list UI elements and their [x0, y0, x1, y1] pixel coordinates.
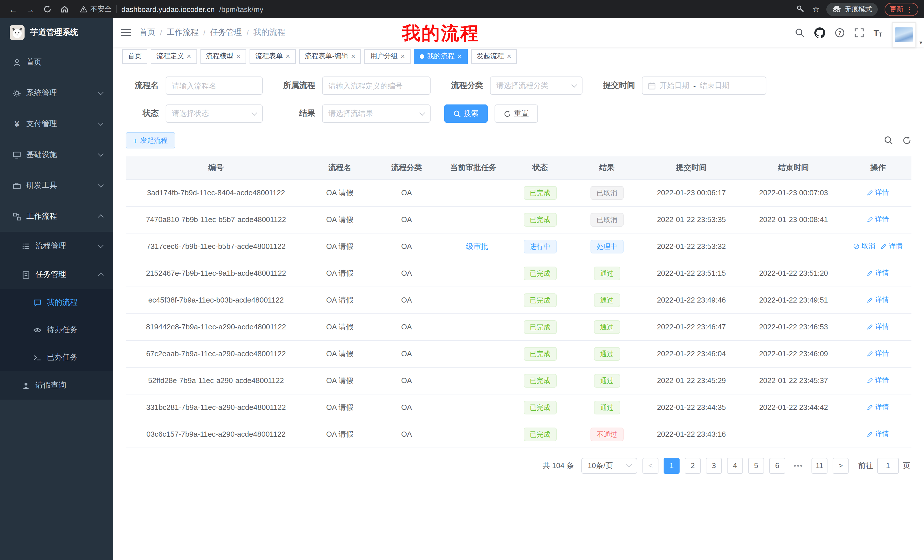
- sidebar-item-todo-tasks[interactable]: 待办任务: [0, 316, 113, 344]
- cancel-action-button[interactable]: 取消: [854, 241, 875, 251]
- tab-process-definition[interactable]: 流程定义×: [151, 49, 197, 64]
- filter-label: 流程分类: [444, 81, 483, 91]
- browser-update-button[interactable]: 更新 ⋮: [885, 3, 918, 16]
- page-button[interactable]: 4: [727, 458, 743, 473]
- page-button[interactable]: 3: [706, 458, 722, 473]
- github-icon[interactable]: [814, 27, 825, 38]
- page-button[interactable]: 6: [769, 458, 785, 473]
- search-button[interactable]: 搜索: [444, 105, 488, 123]
- close-icon[interactable]: ×: [285, 52, 290, 60]
- browser-nav: ← →: [6, 2, 72, 16]
- detail-action-button[interactable]: 详情: [867, 429, 889, 439]
- security-indicator[interactable]: 不安全: [80, 4, 112, 14]
- page-button[interactable]: 5: [748, 458, 764, 473]
- refresh-icon[interactable]: [902, 136, 911, 145]
- avatar[interactable]: ▾: [892, 22, 916, 47]
- page-button[interactable]: 2: [685, 458, 701, 473]
- parent-process-input[interactable]: [328, 81, 424, 90]
- close-icon[interactable]: ×: [507, 52, 511, 60]
- page-size-select[interactable]: 10条/页: [581, 458, 638, 473]
- fullscreen-icon[interactable]: [854, 28, 864, 37]
- table-toolbar: + 发起流程: [126, 132, 911, 148]
- task-icon: [22, 270, 30, 279]
- page-button[interactable]: 11: [812, 458, 828, 473]
- create-process-button[interactable]: + 发起流程: [126, 132, 175, 148]
- sidebar-item-done-tasks[interactable]: 已办任务: [0, 344, 113, 371]
- reload-button[interactable]: [40, 2, 55, 16]
- result-select[interactable]: 请选择流结果: [322, 105, 430, 123]
- sidebar-item-label: 待办任务: [47, 325, 78, 335]
- sidebar-item-home[interactable]: 首页: [0, 47, 113, 78]
- close-icon[interactable]: ×: [236, 52, 240, 60]
- home-button[interactable]: [57, 2, 72, 16]
- browser-menu-icon[interactable]: ⋮: [906, 5, 913, 13]
- main-area: 首页 / 工作流程 / 任务管理 / 我的流程 我的流程 ? TT: [113, 18, 924, 560]
- category-select[interactable]: 请选择流程分类: [490, 76, 582, 95]
- sidebar-item-workflow[interactable]: 工作流程: [0, 201, 113, 232]
- sidebar-item-process-mgmt[interactable]: 流程管理: [0, 232, 113, 260]
- detail-action-button[interactable]: 详情: [867, 188, 889, 198]
- detail-action-button[interactable]: 详情: [867, 376, 889, 385]
- close-icon[interactable]: ×: [458, 52, 462, 60]
- breadcrumb-item[interactable]: 任务管理: [210, 27, 242, 38]
- current-task-link[interactable]: 一级审批: [459, 242, 488, 250]
- filter-row-1: 流程名 所属流程 流程分类 请选择流程分类: [126, 76, 911, 95]
- reset-button[interactable]: 重置: [495, 105, 538, 123]
- tab-my-process[interactable]: 我的流程×: [414, 49, 467, 64]
- breadcrumb-separator: /: [203, 28, 206, 37]
- breadcrumb-item[interactable]: 工作流程: [167, 27, 199, 38]
- cell-id: 52ffd28e-7b9a-11ec-a290-acde48001122: [126, 367, 306, 394]
- bookmark-star-icon[interactable]: ☆: [812, 4, 819, 14]
- sidebar-item-label: 任务管理: [35, 270, 66, 280]
- more-pages-button[interactable]: •••: [790, 458, 806, 473]
- back-button[interactable]: ←: [6, 2, 21, 16]
- close-icon[interactable]: ×: [187, 52, 191, 60]
- sidebar-item-my-process[interactable]: 我的流程: [0, 289, 113, 316]
- next-page-button[interactable]: >: [832, 458, 849, 473]
- tab-start-process[interactable]: 发起流程×: [471, 49, 517, 64]
- sidebar-toggle-button[interactable]: [121, 28, 131, 37]
- help-icon[interactable]: ?: [835, 28, 844, 37]
- search-icon[interactable]: [884, 136, 893, 145]
- password-key-icon[interactable]: [796, 4, 806, 14]
- breadcrumb-item[interactable]: 首页: [140, 27, 155, 38]
- tab-home[interactable]: 首页: [122, 49, 147, 64]
- sidebar-item-system[interactable]: 系统管理: [0, 78, 113, 108]
- tab-user-group[interactable]: 用户分组×: [364, 49, 411, 64]
- tab-process-form[interactable]: 流程表单×: [249, 49, 296, 64]
- edit-pencil-icon: [867, 297, 873, 303]
- tab-process-model[interactable]: 流程模型×: [200, 49, 246, 64]
- cell-end-time: 2022-01-22 23:49:51: [742, 287, 844, 313]
- close-icon[interactable]: ×: [351, 52, 356, 60]
- detail-action-button[interactable]: 详情: [867, 403, 889, 412]
- detail-action-button[interactable]: 详情: [867, 322, 889, 332]
- forward-button[interactable]: →: [23, 2, 38, 16]
- address-bar[interactable]: 不安全 dashboard.yudao.iocoder.cn/bpm/task/…: [80, 4, 793, 14]
- detail-action-button[interactable]: 详情: [867, 215, 889, 225]
- sidebar-item-devtools[interactable]: 研发工具: [0, 170, 113, 201]
- cell-category: OA: [373, 233, 440, 260]
- tab-process-form-edit[interactable]: 流程表单-编辑×: [299, 49, 361, 64]
- goto-page-input[interactable]: [877, 458, 899, 473]
- detail-action-button[interactable]: 详情: [867, 349, 889, 358]
- pagination: 共 104 条 10条/页 < 1 2 3 4 5 6 ••• 11 >: [126, 458, 910, 473]
- detail-action-button[interactable]: 详情: [881, 241, 903, 251]
- sidebar-item-leave-query[interactable]: 请假查询: [0, 371, 113, 400]
- cell-result: 通过: [574, 394, 640, 421]
- edit-pencil-icon: [867, 216, 873, 223]
- page-button[interactable]: 1: [664, 458, 680, 473]
- sidebar-item-task-mgmt[interactable]: 任务管理: [0, 260, 113, 289]
- detail-action-button[interactable]: 详情: [867, 295, 889, 305]
- search-icon[interactable]: [795, 28, 804, 37]
- sidebar-item-infra[interactable]: 基础设施: [0, 139, 113, 170]
- status-select[interactable]: 请选择状态: [166, 105, 263, 123]
- date-range-picker[interactable]: 开始日期 - 结束日期: [642, 76, 766, 95]
- font-size-icon[interactable]: TT: [873, 28, 882, 37]
- sidebar-item-payment[interactable]: ¥ 支付管理: [0, 108, 113, 139]
- detail-action-button[interactable]: 详情: [867, 268, 889, 278]
- edit-pencil-icon: [867, 324, 873, 330]
- close-icon[interactable]: ×: [400, 52, 405, 60]
- prev-page-button[interactable]: <: [642, 458, 658, 473]
- logo[interactable]: 芋道管理系统: [0, 18, 113, 47]
- process-name-input[interactable]: [172, 81, 256, 90]
